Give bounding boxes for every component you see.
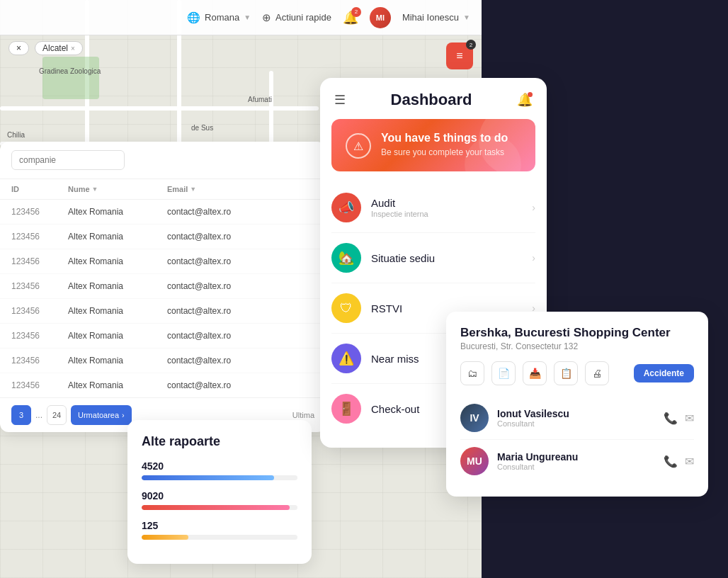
map-label: Chilia (7, 131, 25, 139)
person-avatar: MU (460, 447, 489, 475)
person-name: Ionut Vasilescu (497, 408, 655, 419)
alert-banner[interactable]: ⚠ You have 5 things to do Be sure you co… (331, 119, 535, 171)
accidente-badge[interactable]: Accidente (634, 364, 694, 382)
alert-text: You have 5 things to do Be sure you comp… (381, 132, 508, 157)
menu-item-info: RSTVI (371, 302, 402, 314)
chevron-right-icon: › (532, 252, 535, 264)
person-row: MU Maria Ungureanu Consultant 📞 ✉ (460, 440, 694, 482)
col-header-email[interactable]: Email ▼ (167, 185, 280, 193)
cell-email: contact@altex.ro (167, 281, 280, 291)
page-dots: ... (35, 410, 42, 420)
page-btn-24[interactable]: 24 (47, 405, 67, 425)
table-row: 123456 Altex Romania contact@altex.ro (0, 200, 326, 225)
sort-icon: ▼ (92, 186, 98, 193)
chevron-down-icon: ▼ (244, 13, 251, 21)
phone-icon[interactable]: 📞 (664, 455, 678, 468)
table-row: 123456 Altex Romania contact@altex.ro (0, 373, 326, 397)
email-icon[interactable]: ✉ (685, 455, 694, 468)
cell-email: contact@altex.ro (167, 331, 280, 341)
menu-item-label: Near miss (371, 353, 419, 365)
phone-icon[interactable]: 📞 (664, 412, 678, 425)
person-row: IV Ionut Vasilescu Consultant 📞 ✉ (460, 397, 694, 440)
dashboard-bell[interactable]: 🔔 (517, 92, 533, 108)
bar-value-1: 4520 (142, 460, 297, 472)
cell-email: contact@altex.ro (167, 207, 280, 217)
table-row: 123456 Altex Romania contact@altex.ro (0, 348, 326, 373)
menu-item-info: Check-out (371, 403, 419, 415)
cell-id: 123456 (11, 281, 68, 291)
table-body: 123456 Altex Romania contact@altex.ro 12… (0, 200, 326, 397)
table-search-bar (0, 142, 326, 179)
menu-item-info: Situatie sediu (371, 252, 435, 264)
chevron-down-icon: ▼ (463, 13, 470, 21)
warning-icon: ⚠ (346, 133, 371, 159)
menu-item-situatie-sediu[interactable]: 🏡 Situatie sediu › (331, 233, 535, 283)
cell-id: 123456 (11, 356, 68, 366)
alte-rapoarte-panel: Alte rapoarte 4520 9020 125 (127, 420, 312, 564)
globe-icon: 🌐 (187, 11, 200, 24)
bar-item-2: 9020 (142, 490, 297, 510)
menu-icon-4: 🚪 (331, 394, 361, 424)
menu-item-label: Audit (371, 197, 428, 209)
icon-list[interactable]: 🗂 (460, 361, 484, 385)
notification-count: 2 (351, 7, 361, 17)
map-area (42, 57, 99, 99)
menu-item-label: RSTVI (371, 302, 402, 314)
person-role: Consultant (497, 419, 655, 428)
cell-id: 123456 (11, 207, 68, 217)
bar-item-3: 125 (142, 520, 297, 540)
icon-print[interactable]: 🖨 (585, 361, 609, 385)
cell-email: contact@altex.ro (167, 380, 280, 390)
remove-filter-chip[interactable]: × (8, 41, 29, 55)
icon-clipboard[interactable]: 📋 (554, 361, 578, 385)
menu-item-audit[interactable]: 📣 Audit Inspectie interna › (331, 183, 535, 233)
map-label: de Sus (191, 124, 213, 132)
menu-icon[interactable]: ☰ (334, 92, 346, 108)
table-row: 123456 Altex Romania contact@altex.ro (0, 299, 326, 324)
table-row: 123456 Altex Romania contact@altex.ro (0, 274, 326, 299)
quick-actions[interactable]: ⊕ Actiuni rapide (262, 11, 331, 24)
bershka-address: Bucuresti, Str. Consectetur 132 (460, 341, 694, 351)
language-selector[interactable]: 🌐 Romana ▼ (187, 11, 251, 24)
filter-badge: 2 (466, 40, 476, 50)
alert-title: You have 5 things to do (381, 132, 508, 144)
cell-name: Altex Romania (68, 207, 167, 217)
icon-doc[interactable]: 📄 (491, 361, 516, 385)
person-info: Maria Ungureanu Consultant (497, 451, 655, 471)
user-menu[interactable]: Mihai Ionescu ▼ (402, 12, 470, 23)
menu-item-left: 🏡 Situatie sediu (331, 243, 435, 273)
cell-name: Altex Romania (68, 356, 167, 366)
table-header: ID Nume ▼ Email ▼ (0, 179, 326, 200)
menu-item-label: Situatie sediu (371, 252, 435, 264)
cell-id: 123456 (11, 331, 68, 341)
cell-name: Altex Romania (68, 380, 167, 390)
menu-item-left: 📣 Audit Inspectie interna (331, 193, 428, 222)
last-page-link[interactable]: Ultima (292, 411, 314, 419)
page-btn-3[interactable]: 3 (11, 405, 31, 425)
filter-icon: ≡ (456, 50, 462, 62)
next-page-button[interactable]: Urmatoarea › (71, 405, 132, 425)
search-input[interactable] (11, 150, 125, 170)
person-info: Ionut Vasilescu Consultant (497, 408, 655, 428)
bershka-action-icons: 🗂 📄 📥 📋 🖨 Accidente (460, 361, 694, 385)
cell-email: contact@altex.ro (167, 256, 280, 266)
cell-email: contact@altex.ro (167, 232, 280, 242)
bar-value-2: 9020 (142, 490, 297, 502)
plus-circle-icon: ⊕ (262, 11, 271, 24)
menu-item-left: 🚪 Check-out (331, 394, 419, 424)
email-icon[interactable]: ✉ (685, 412, 694, 425)
menu-icon-0: 📣 (331, 193, 361, 222)
cell-id: 123456 (11, 232, 68, 242)
notifications[interactable]: 🔔 2 (343, 10, 358, 26)
cell-email: contact@altex.ro (167, 356, 280, 366)
fab-filter-button[interactable]: ≡ 2 (446, 42, 473, 69)
table-row: 123456 Altex Romania contact@altex.ro (0, 249, 326, 274)
bar-fill-1 (142, 475, 274, 480)
menu-icon-3: ⚠️ (331, 344, 361, 373)
chip-label: Alcatel (42, 43, 68, 53)
col-header-name[interactable]: Nume ▼ (68, 185, 167, 193)
alcatel-filter-chip[interactable]: Alcatel × (35, 41, 83, 55)
icon-download[interactable]: 📥 (523, 361, 547, 385)
bar-fill-2 (142, 505, 290, 510)
menu-item-label: Check-out (371, 403, 419, 415)
